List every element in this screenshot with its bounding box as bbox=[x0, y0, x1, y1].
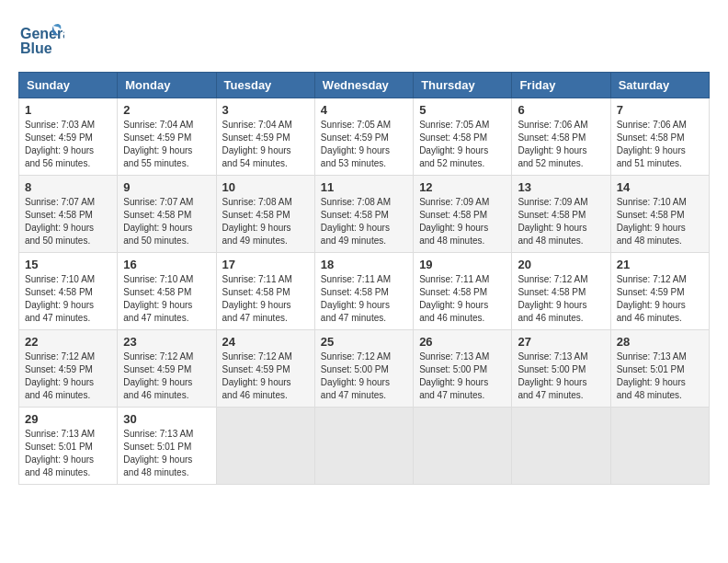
calendar-cell: 5Sunrise: 7:05 AMSunset: 4:58 PMDaylight… bbox=[414, 98, 512, 176]
day-info: Sunrise: 7:12 AMSunset: 4:59 PMDaylight:… bbox=[222, 350, 309, 402]
day-info: Sunrise: 7:12 AMSunset: 4:59 PMDaylight:… bbox=[123, 350, 210, 402]
day-info: Sunrise: 7:11 AMSunset: 4:58 PMDaylight:… bbox=[419, 273, 506, 325]
day-info: Sunrise: 7:13 AMSunset: 5:00 PMDaylight:… bbox=[518, 350, 604, 402]
day-info: Sunrise: 7:11 AMSunset: 4:58 PMDaylight:… bbox=[321, 273, 407, 325]
day-number: 5 bbox=[419, 103, 506, 117]
day-info: Sunrise: 7:10 AMSunset: 4:58 PMDaylight:… bbox=[617, 196, 703, 247]
calendar-cell: 14Sunrise: 7:10 AMSunset: 4:58 PMDayligh… bbox=[610, 176, 709, 253]
day-number: 16 bbox=[123, 258, 210, 271]
calendar-cell: 19Sunrise: 7:11 AMSunset: 4:58 PMDayligh… bbox=[414, 253, 512, 330]
calendar-cell bbox=[610, 408, 709, 485]
day-number: 29 bbox=[25, 412, 111, 426]
day-info: Sunrise: 7:05 AMSunset: 4:59 PMDaylight:… bbox=[321, 119, 407, 170]
calendar-cell: 30Sunrise: 7:13 AMSunset: 5:01 PMDayligh… bbox=[118, 408, 216, 485]
day-info: Sunrise: 7:13 AMSunset: 5:00 PMDaylight:… bbox=[419, 350, 506, 402]
day-number: 14 bbox=[617, 180, 703, 194]
calendar-cell: 23Sunrise: 7:12 AMSunset: 4:59 PMDayligh… bbox=[118, 330, 216, 408]
day-number: 13 bbox=[518, 180, 604, 194]
day-info: Sunrise: 7:07 AMSunset: 4:58 PMDaylight:… bbox=[123, 196, 210, 247]
day-number: 20 bbox=[518, 258, 604, 271]
day-number: 1 bbox=[25, 103, 111, 117]
calendar-cell: 29Sunrise: 7:13 AMSunset: 5:01 PMDayligh… bbox=[19, 408, 118, 485]
column-header-saturday: Saturday bbox=[610, 73, 709, 98]
day-info: Sunrise: 7:12 AMSunset: 4:59 PMDaylight:… bbox=[617, 273, 703, 325]
calendar-cell bbox=[414, 408, 512, 485]
calendar-cell: 3Sunrise: 7:04 AMSunset: 4:59 PMDaylight… bbox=[216, 98, 314, 176]
day-number: 11 bbox=[321, 180, 407, 194]
day-number: 9 bbox=[123, 180, 210, 194]
day-number: 12 bbox=[419, 180, 506, 194]
day-number: 28 bbox=[617, 335, 703, 349]
calendar-cell: 9Sunrise: 7:07 AMSunset: 4:58 PMDaylight… bbox=[118, 176, 216, 253]
calendar-cell: 15Sunrise: 7:10 AMSunset: 4:58 PMDayligh… bbox=[19, 253, 118, 330]
calendar-week-1: 1Sunrise: 7:03 AMSunset: 4:59 PMDaylight… bbox=[19, 98, 710, 176]
logo: General Blue bbox=[18, 18, 64, 64]
calendar-cell: 16Sunrise: 7:10 AMSunset: 4:58 PMDayligh… bbox=[118, 253, 216, 330]
day-number: 27 bbox=[518, 335, 604, 349]
day-info: Sunrise: 7:10 AMSunset: 4:58 PMDaylight:… bbox=[123, 273, 210, 325]
day-number: 10 bbox=[222, 180, 309, 194]
day-info: Sunrise: 7:04 AMSunset: 4:59 PMDaylight:… bbox=[123, 119, 210, 170]
calendar-cell: 24Sunrise: 7:12 AMSunset: 4:59 PMDayligh… bbox=[216, 330, 314, 408]
calendar-cell bbox=[216, 408, 314, 485]
calendar-cell: 18Sunrise: 7:11 AMSunset: 4:58 PMDayligh… bbox=[314, 253, 413, 330]
calendar-cell: 1Sunrise: 7:03 AMSunset: 4:59 PMDaylight… bbox=[19, 98, 118, 176]
page-header: General Blue bbox=[18, 18, 710, 64]
column-header-tuesday: Tuesday bbox=[216, 73, 314, 98]
day-number: 6 bbox=[518, 103, 604, 117]
svg-text:General: General bbox=[20, 26, 64, 41]
day-info: Sunrise: 7:07 AMSunset: 4:58 PMDaylight:… bbox=[25, 196, 111, 247]
calendar-cell: 7Sunrise: 7:06 AMSunset: 4:58 PMDaylight… bbox=[610, 98, 709, 176]
day-number: 19 bbox=[419, 258, 506, 271]
day-number: 30 bbox=[123, 412, 210, 426]
day-info: Sunrise: 7:06 AMSunset: 4:58 PMDaylight:… bbox=[518, 119, 604, 170]
day-info: Sunrise: 7:12 AMSunset: 4:59 PMDaylight:… bbox=[25, 350, 111, 402]
day-info: Sunrise: 7:06 AMSunset: 4:58 PMDaylight:… bbox=[617, 119, 703, 170]
calendar-cell: 6Sunrise: 7:06 AMSunset: 4:58 PMDaylight… bbox=[512, 98, 610, 176]
day-info: Sunrise: 7:10 AMSunset: 4:58 PMDaylight:… bbox=[25, 273, 111, 325]
day-info: Sunrise: 7:12 AMSunset: 4:58 PMDaylight:… bbox=[518, 273, 604, 325]
day-info: Sunrise: 7:13 AMSunset: 5:01 PMDaylight:… bbox=[617, 350, 703, 402]
calendar-cell: 17Sunrise: 7:11 AMSunset: 4:58 PMDayligh… bbox=[216, 253, 314, 330]
calendar-week-2: 8Sunrise: 7:07 AMSunset: 4:58 PMDaylight… bbox=[19, 176, 710, 253]
day-number: 24 bbox=[222, 335, 309, 349]
day-number: 8 bbox=[25, 180, 111, 194]
calendar-cell: 22Sunrise: 7:12 AMSunset: 4:59 PMDayligh… bbox=[19, 330, 118, 408]
column-header-thursday: Thursday bbox=[414, 73, 512, 98]
calendar-cell: 21Sunrise: 7:12 AMSunset: 4:59 PMDayligh… bbox=[610, 253, 709, 330]
calendar-cell bbox=[512, 408, 610, 485]
column-header-monday: Monday bbox=[118, 73, 216, 98]
day-number: 25 bbox=[321, 335, 407, 349]
day-number: 18 bbox=[321, 258, 407, 271]
calendar-cell: 8Sunrise: 7:07 AMSunset: 4:58 PMDaylight… bbox=[19, 176, 118, 253]
day-number: 23 bbox=[123, 335, 210, 349]
column-header-sunday: Sunday bbox=[19, 73, 118, 98]
calendar-cell: 28Sunrise: 7:13 AMSunset: 5:01 PMDayligh… bbox=[610, 330, 709, 408]
day-number: 21 bbox=[617, 258, 703, 271]
day-number: 4 bbox=[321, 103, 407, 117]
calendar-cell: 27Sunrise: 7:13 AMSunset: 5:00 PMDayligh… bbox=[512, 330, 610, 408]
calendar-cell: 25Sunrise: 7:12 AMSunset: 5:00 PMDayligh… bbox=[314, 330, 413, 408]
calendar-cell: 10Sunrise: 7:08 AMSunset: 4:58 PMDayligh… bbox=[216, 176, 314, 253]
calendar-week-3: 15Sunrise: 7:10 AMSunset: 4:58 PMDayligh… bbox=[19, 253, 710, 330]
logo-svg: General Blue bbox=[18, 18, 64, 64]
day-number: 22 bbox=[25, 335, 111, 349]
calendar-week-4: 22Sunrise: 7:12 AMSunset: 4:59 PMDayligh… bbox=[19, 330, 710, 408]
calendar-cell bbox=[314, 408, 413, 485]
column-header-friday: Friday bbox=[512, 73, 610, 98]
day-info: Sunrise: 7:13 AMSunset: 5:01 PMDaylight:… bbox=[25, 428, 111, 479]
calendar-cell: 13Sunrise: 7:09 AMSunset: 4:58 PMDayligh… bbox=[512, 176, 610, 253]
day-info: Sunrise: 7:08 AMSunset: 4:58 PMDaylight:… bbox=[222, 196, 309, 247]
day-number: 3 bbox=[222, 103, 309, 117]
day-number: 7 bbox=[617, 103, 703, 117]
calendar-cell: 12Sunrise: 7:09 AMSunset: 4:58 PMDayligh… bbox=[414, 176, 512, 253]
day-number: 26 bbox=[419, 335, 506, 349]
day-info: Sunrise: 7:09 AMSunset: 4:58 PMDaylight:… bbox=[518, 196, 604, 247]
day-info: Sunrise: 7:04 AMSunset: 4:59 PMDaylight:… bbox=[222, 119, 309, 170]
column-header-wednesday: Wednesday bbox=[314, 73, 413, 98]
calendar-cell: 4Sunrise: 7:05 AMSunset: 4:59 PMDaylight… bbox=[314, 98, 413, 176]
calendar-cell: 26Sunrise: 7:13 AMSunset: 5:00 PMDayligh… bbox=[414, 330, 512, 408]
calendar-cell: 2Sunrise: 7:04 AMSunset: 4:59 PMDaylight… bbox=[118, 98, 216, 176]
day-info: Sunrise: 7:12 AMSunset: 5:00 PMDaylight:… bbox=[321, 350, 407, 402]
day-info: Sunrise: 7:11 AMSunset: 4:58 PMDaylight:… bbox=[222, 273, 309, 325]
